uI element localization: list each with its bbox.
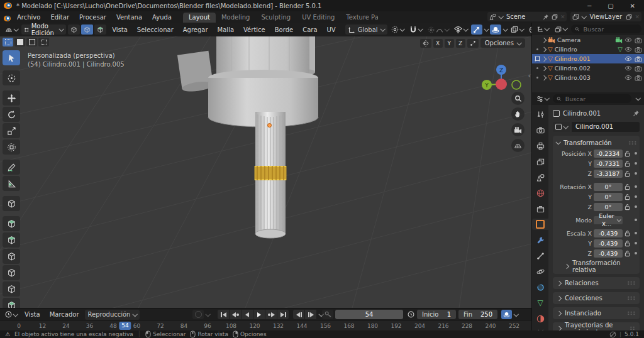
pin-icon[interactable] bbox=[543, 14, 549, 20]
frame-back-button[interactable] bbox=[293, 310, 304, 319]
expand-chevron[interactable] bbox=[541, 75, 547, 80]
menu-vertice[interactable]: Vértice bbox=[240, 26, 269, 33]
preview-range-clock-icon[interactable] bbox=[408, 311, 414, 318]
tool-move[interactable] bbox=[3, 90, 20, 106]
disable-render-icon[interactable] bbox=[635, 37, 642, 43]
tool-cursor[interactable] bbox=[3, 70, 20, 85]
lock-icon[interactable] bbox=[625, 240, 630, 247]
properties-options-chevron[interactable] bbox=[635, 95, 640, 101]
properties-editor-type-button[interactable] bbox=[535, 94, 550, 104]
lock-icon[interactable] bbox=[625, 170, 630, 177]
remove-viewlayer-icon[interactable]: ✕ bbox=[635, 14, 640, 20]
vertex-select-button[interactable] bbox=[68, 25, 80, 35]
disable-render-icon[interactable] bbox=[635, 75, 642, 81]
tab-particles[interactable] bbox=[532, 281, 548, 293]
auto-keyframe-button[interactable] bbox=[192, 310, 204, 319]
expand-chevron[interactable] bbox=[541, 65, 547, 70]
tab-physics[interactable] bbox=[532, 266, 548, 277]
outliner-display-mode-button[interactable] bbox=[553, 24, 569, 34]
hide-eye-icon[interactable] bbox=[625, 65, 632, 71]
minimize-button[interactable]: ─ bbox=[587, 3, 591, 9]
tab-modeling[interactable]: Modeling bbox=[216, 13, 256, 23]
unlink-scene-icon[interactable]: ✕ bbox=[560, 14, 565, 20]
lock-icon[interactable] bbox=[625, 160, 630, 167]
tool-scale[interactable] bbox=[3, 123, 20, 138]
tab-constraints[interactable] bbox=[532, 250, 548, 261]
play-reverse-button[interactable] bbox=[242, 310, 253, 319]
menu-vista[interactable]: Vista bbox=[108, 26, 131, 33]
panel-drag-grip[interactable] bbox=[627, 296, 635, 300]
orientation-dropdown[interactable]: Global bbox=[345, 25, 387, 35]
tab-collection[interactable] bbox=[532, 203, 548, 214]
tab-material[interactable] bbox=[532, 313, 548, 324]
select-mode-new-button[interactable] bbox=[3, 38, 13, 46]
autokey-dropdown-chevron[interactable] bbox=[205, 312, 210, 317]
jump-to-start-button[interactable] bbox=[218, 310, 229, 319]
jump-to-end-button[interactable] bbox=[277, 310, 289, 319]
expand-chevron[interactable] bbox=[541, 37, 547, 42]
timeline-overlay-chevron[interactable] bbox=[513, 312, 518, 317]
scene-name[interactable]: Scene bbox=[505, 13, 540, 20]
viewlayer-icon[interactable] bbox=[572, 13, 579, 20]
position-x-value[interactable]: -0.2334 bbox=[594, 150, 623, 158]
close-button[interactable]: ✕ bbox=[630, 3, 635, 9]
panel-drag-grip[interactable] bbox=[627, 281, 635, 285]
tab-view-layer[interactable] bbox=[532, 156, 548, 167]
playhead[interactable]: 54 bbox=[119, 322, 131, 330]
panel-relaciones[interactable]: Relaciones bbox=[553, 277, 640, 289]
hide-eye-icon[interactable] bbox=[625, 37, 632, 43]
menu-malla[interactable]: Malla bbox=[214, 26, 238, 33]
tab-layout[interactable]: Layout bbox=[183, 13, 216, 23]
snap-indicator-icon[interactable] bbox=[467, 39, 479, 48]
tab-output[interactable] bbox=[532, 140, 548, 151]
tool-rotate[interactable] bbox=[3, 107, 20, 122]
mirror-x-button[interactable]: X bbox=[433, 39, 443, 48]
timeline-overlay-button[interactable] bbox=[501, 310, 512, 319]
tool-select-box[interactable] bbox=[3, 50, 20, 65]
tab-object-data[interactable]: ▽ bbox=[532, 297, 548, 308]
outliner-editor-type-button[interactable] bbox=[535, 24, 550, 34]
scene-icon[interactable] bbox=[489, 13, 496, 20]
app-menu-icon[interactable] bbox=[4, 16, 11, 21]
playback-menu[interactable]: Reproducción bbox=[85, 310, 140, 320]
timeline-ruler[interactable]: 0 12 24 36 48 60 72 84 96 108 120 132 14… bbox=[0, 320, 531, 331]
disable-render-icon[interactable] bbox=[635, 65, 642, 72]
sidebar-collapse-arrow[interactable]: ‹ bbox=[528, 72, 531, 80]
outliner-row-camera[interactable]: Camera bbox=[532, 35, 644, 45]
tool-bevel[interactable] bbox=[3, 249, 20, 264]
menu-procesar[interactable]: Procesar bbox=[74, 13, 111, 23]
mirror-y-button[interactable]: Y bbox=[445, 39, 454, 48]
zoom-icon[interactable] bbox=[511, 92, 525, 105]
animate-dot[interactable] bbox=[635, 185, 637, 188]
tab-texture-paint[interactable]: Texture Paint bbox=[340, 13, 378, 23]
timeline-menu-vista[interactable]: Vista bbox=[21, 311, 44, 318]
perspective-toggle-icon[interactable] bbox=[511, 139, 525, 152]
menu-seleccionar[interactable]: Seleccionar bbox=[133, 26, 177, 33]
animate-dot[interactable] bbox=[635, 162, 637, 165]
properties-search-input[interactable] bbox=[564, 95, 628, 103]
lock-icon[interactable] bbox=[625, 194, 630, 200]
disable-render-icon[interactable] bbox=[635, 46, 642, 53]
menu-ventana[interactable]: Ventana bbox=[111, 13, 147, 23]
lock-icon[interactable] bbox=[625, 183, 630, 190]
expand-chevron[interactable] bbox=[541, 56, 547, 61]
snap-button[interactable] bbox=[408, 25, 424, 35]
hide-eye-icon[interactable] bbox=[625, 46, 632, 52]
position-y-value[interactable]: -0.7331 bbox=[594, 160, 623, 168]
outliner-row-cilindro-003[interactable]: ▽ Cilindro.003 bbox=[532, 73, 644, 82]
timeline-editor-type-button[interactable] bbox=[3, 310, 19, 320]
mirror-z-button[interactable]: Z bbox=[456, 39, 465, 48]
xray-toggle-button[interactable] bbox=[509, 25, 525, 35]
next-keyframe-button[interactable] bbox=[265, 310, 277, 319]
tab-scene[interactable] bbox=[532, 172, 548, 183]
tab-uv-editing[interactable]: UV Editing bbox=[296, 13, 340, 23]
animate-dot[interactable] bbox=[635, 219, 637, 221]
panel-trayectorias[interactable]: Trayectorias de movimiento bbox=[553, 322, 640, 330]
scale-z-value[interactable]: -0.439 bbox=[594, 249, 623, 258]
new-scene-icon[interactable] bbox=[552, 14, 558, 20]
play-button[interactable] bbox=[253, 310, 265, 319]
object-name-input[interactable]: Cilindro.001 bbox=[572, 122, 640, 132]
options-dropdown[interactable]: Opciones bbox=[480, 38, 525, 48]
viewlayer-dropdown-chevron[interactable] bbox=[582, 14, 587, 19]
viewport-3d[interactable]: Personalizada (perspectiva) (54) Cilindr… bbox=[0, 36, 531, 308]
